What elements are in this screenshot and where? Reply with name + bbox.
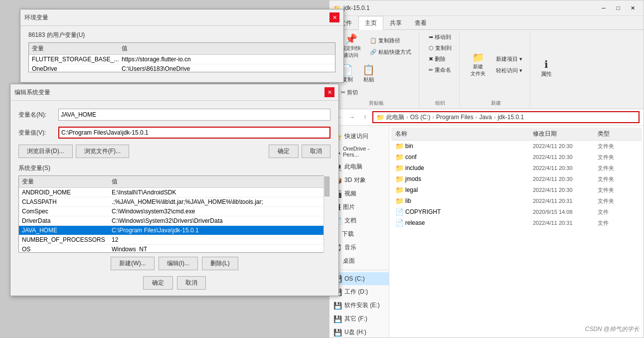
file-name-copyright: COPYRIGHT bbox=[405, 208, 533, 215]
new-sub-btns: 新建项目 ▾ 轻松访问 ▾ bbox=[492, 54, 526, 76]
ribbon-tabs: 文件 主页 共享 查看 bbox=[329, 16, 644, 30]
pin-label: 固定到快速访问 bbox=[341, 45, 361, 59]
maximize-btn[interactable]: □ bbox=[611, 3, 625, 13]
file-icon-copyright: 📄 bbox=[395, 208, 405, 216]
new-folder-btn[interactable]: 📁 新建文件夹 bbox=[466, 50, 490, 79]
copy-paste-row: 📄 复制 📋 粘贴 bbox=[337, 63, 415, 85]
sys-var-row-5[interactable]: NUMBER_OF_PROCESSORS 12 bbox=[19, 235, 330, 245]
up-btn[interactable]: ↑ bbox=[359, 112, 370, 123]
user-var-row[interactable]: FLUTTER_STORAGE_BASE_... https://storage… bbox=[29, 55, 335, 64]
nav-video-label: 视频 bbox=[344, 189, 356, 198]
scrollbar-thumb[interactable] bbox=[324, 176, 329, 196]
tab-share[interactable]: 共享 bbox=[383, 16, 408, 30]
nav-onedrive-label: OneDrive - Pers... bbox=[343, 146, 385, 158]
folder-icon-bin: 📁 bbox=[395, 142, 405, 150]
nav-3d-label: 3D 对象 bbox=[344, 176, 366, 184]
easy-access-btn[interactable]: 轻松访问 ▾ bbox=[492, 65, 526, 76]
ribbon: 文件 主页 共享 查看 📌 固定到快速访问 📋 复制路径 bbox=[329, 16, 644, 109]
file-row-copyright[interactable]: 📄 COPYRIGHT 2020/9/15 14:08 文件 bbox=[391, 206, 642, 217]
clipboard-btns: 📋 复制路径 🔗 粘贴快捷方式 bbox=[366, 35, 415, 57]
close-btn[interactable]: ✕ bbox=[626, 3, 640, 13]
folder-icon-legal: 📁 bbox=[395, 186, 405, 194]
edit-cancel-btn[interactable]: 取消 bbox=[302, 145, 330, 158]
edit-sys-btn[interactable]: 编辑(I)... bbox=[159, 257, 198, 270]
var-name-input[interactable] bbox=[58, 109, 330, 121]
env-ok-btn[interactable]: 确定 bbox=[143, 276, 173, 290]
nav-quick-access-label: 快速访问 bbox=[344, 132, 368, 141]
nav-f-drive[interactable]: 💾 其它 (F:) bbox=[329, 312, 389, 326]
file-row-legal[interactable]: 📁 legal 2022/4/11 20:30 文件夹 bbox=[391, 184, 642, 195]
edit-confirm-btn[interactable]: 确定 bbox=[269, 145, 299, 158]
file-type-bin: 文件夹 bbox=[598, 143, 638, 150]
edit-dialog: 编辑系统变量 ✕ 变量名(N): 变量值(V): 浏览目录(D)... 浏览文件… bbox=[10, 84, 339, 296]
copy-to-label: 复制到 bbox=[435, 44, 452, 52]
edit-dialog-close[interactable]: ✕ bbox=[324, 87, 334, 97]
tab-home[interactable]: 主页 bbox=[358, 16, 383, 30]
env-cancel-btn[interactable]: 取消 bbox=[177, 276, 206, 290]
sys-header-val: 值 bbox=[112, 177, 327, 186]
forward-btn[interactable]: → bbox=[346, 112, 357, 123]
file-row-include[interactable]: 📁 include 2022/4/11 20:30 文件夹 bbox=[391, 163, 642, 173]
user-var-row[interactable]: OneDrive C:\Users\86183\OneDrive bbox=[29, 64, 335, 72]
rename-btn[interactable]: ✏ 重命名 bbox=[425, 65, 455, 75]
new-btn[interactable]: 新建(W)... bbox=[111, 257, 154, 270]
file-type-include: 文件夹 bbox=[598, 165, 638, 172]
file-type-release: 文件 bbox=[598, 219, 638, 227]
user-section-label: 86183 的用户变量(U) bbox=[28, 31, 335, 39]
new-label: 新建 bbox=[466, 99, 526, 107]
header-val: 值 bbox=[122, 44, 332, 53]
var-name-field-row: 变量名(N): bbox=[18, 109, 330, 121]
tab-view[interactable]: 查看 bbox=[408, 16, 433, 30]
copy-path-label: 复制路径 bbox=[378, 37, 400, 44]
file-row-bin[interactable]: 📁 bin 2022/4/11 20:30 文件夹 bbox=[391, 141, 642, 152]
h-drive-icon: 💾 bbox=[333, 329, 342, 337]
folder-icon-lib: 📁 bbox=[395, 197, 405, 205]
organize-label: 组织 bbox=[425, 99, 455, 107]
file-name-jmods: jmods bbox=[405, 175, 533, 182]
properties-icon: ℹ bbox=[544, 59, 548, 69]
nav-docs-label: 文档 bbox=[344, 216, 356, 225]
edit-btn-row: 浏览目录(D)... 浏览文件(F)... 确定 取消 bbox=[18, 145, 330, 158]
address-path[interactable]: 📁 此电脑 › OS (C:) › Program Files › Java ›… bbox=[372, 111, 640, 123]
move-to-btn[interactable]: ➡ 移动到 bbox=[425, 32, 455, 42]
sys-var-row-4[interactable]: JAVA_HOME C:\Program Files\Java\jdk-15.0… bbox=[19, 226, 330, 235]
file-row-lib[interactable]: 📁 lib 2022/4/11 20:31 文件夹 bbox=[391, 195, 642, 206]
nav-h-drive[interactable]: 💾 U盘 (H:) bbox=[329, 326, 389, 338]
var-value-label: 变量值(V): bbox=[18, 129, 58, 137]
browse-file-btn[interactable]: 浏览文件(F)... bbox=[76, 145, 129, 158]
browse-dir-btn[interactable]: 浏览目录(D)... bbox=[18, 145, 73, 158]
properties-btn[interactable]: ℹ 属性 bbox=[536, 57, 556, 80]
sys-var-row-2[interactable]: ComSpec C:\Windows\system32\cmd.exe bbox=[19, 207, 330, 216]
file-row-release[interactable]: 📄 release 2022/4/11 20:31 文件 bbox=[391, 217, 642, 228]
cut-btn[interactable]: ✂ 剪切 bbox=[337, 87, 415, 98]
var-value-input[interactable] bbox=[58, 127, 330, 139]
user-vars-table: 变量 值 FLUTTER_STORAGE_BASE_... https://st… bbox=[28, 42, 335, 72]
copy-to-btn[interactable]: ⬡ 复制到 bbox=[425, 43, 455, 53]
minimize-btn[interactable]: ─ bbox=[597, 3, 611, 13]
env-dialog-title: 环境变量 bbox=[24, 13, 48, 22]
sys-var-row-1[interactable]: CLASSPATH .;%JAVA_HOME%\lib\dt.jar;%JAVA… bbox=[19, 197, 330, 207]
paste-btn[interactable]: 📋 粘贴 bbox=[359, 63, 378, 85]
file-date-bin: 2022/4/11 20:30 bbox=[533, 143, 598, 149]
sys-var-row-3[interactable]: DriverData C:\Windows\System32\Drivers\D… bbox=[19, 216, 330, 226]
paste-shortcut-label: 粘贴快捷方式 bbox=[378, 48, 411, 56]
new-item-btn[interactable]: 新建项目 ▾ bbox=[492, 54, 526, 64]
file-row-conf[interactable]: 📁 conf 2022/4/11 20:30 文件夹 bbox=[391, 152, 642, 163]
scrollbar-track[interactable] bbox=[323, 175, 330, 253]
copy-path-btn[interactable]: 📋 复制路径 bbox=[366, 35, 415, 46]
sys-var-row-0[interactable]: ANDROID_HOME E:\Install\IT\AndroidSDK bbox=[19, 188, 330, 197]
delete-label: 删除 bbox=[435, 55, 446, 63]
var-value-field-row: 变量值(V): bbox=[18, 127, 330, 139]
file-explorer: 📁 jdk-15.0.1 ─ □ ✕ 文件 主页 共享 查看 📌 固定到快速访问 bbox=[329, 0, 644, 338]
pin-icon: 📌 bbox=[345, 34, 357, 44]
sys-var-row-6[interactable]: OS Windows_NT bbox=[19, 245, 330, 253]
explorer-titlebar: 📁 jdk-15.0.1 ─ □ ✕ bbox=[329, 0, 644, 16]
env-dialog-close[interactable]: ✕ bbox=[329, 12, 339, 22]
delete-file-btn[interactable]: ✖ 删除 bbox=[425, 54, 449, 64]
file-row-jmods[interactable]: 📁 jmods 2022/4/11 20:30 文件夹 bbox=[391, 173, 642, 184]
nav-e-drive[interactable]: 💾 软件安装 (E:) bbox=[329, 299, 389, 312]
header-name: 名称 bbox=[395, 130, 533, 138]
addr-part-jdk: jdk-15.0.1 bbox=[497, 114, 524, 121]
paste-shortcut-btn[interactable]: 🔗 粘贴快捷方式 bbox=[366, 47, 415, 57]
delete-btn[interactable]: 删除(L) bbox=[202, 257, 238, 270]
